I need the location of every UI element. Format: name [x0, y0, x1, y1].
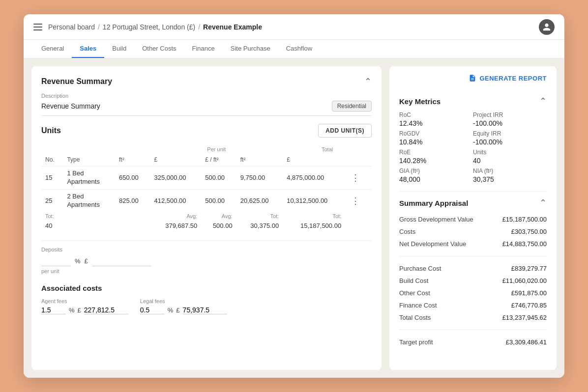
tab-sales[interactable]: Sales — [72, 40, 104, 58]
summary-row-total-costs: Total Costs £13,237,945.62 — [399, 311, 547, 324]
summary-row-finance: Finance Cost £746,770.85 — [399, 299, 547, 311]
cell-total-ft2-1: 9,750.00 — [236, 167, 283, 190]
metric-roc: RoC 12.43% — [399, 112, 473, 127]
key-metrics-title: Key Metrics — [399, 97, 441, 106]
tab-other-costs[interactable]: Other Costs — [134, 40, 184, 58]
summary-row-purchase: Purchase Cost £839,279.77 — [399, 262, 547, 275]
cell-type-1: 1 BedApartments — [63, 167, 115, 190]
legal-fees-pct-input[interactable] — [140, 306, 165, 314]
agent-fees-pct-input[interactable] — [41, 306, 66, 314]
metric-nia-label: NIA (ft²) — [473, 168, 547, 174]
deposits-val-input[interactable] — [92, 256, 151, 266]
units-table-wrap: Per unit Total No. Type ft² £ £ / ft² ft… — [41, 143, 372, 232]
breadcrumb-sep1: / — [98, 23, 100, 31]
tab-cashflow[interactable]: Cashflow — [278, 40, 320, 58]
summary-total-costs-value: £13,237,945.62 — [502, 314, 547, 321]
metric-rogdv-value: 10.84% — [399, 138, 473, 146]
legal-fees-label: Legal fees — [140, 298, 227, 304]
menu-icon[interactable] — [33, 24, 42, 30]
tab-build[interactable]: Build — [104, 40, 134, 58]
collapse-icon[interactable]: ⌃ — [364, 76, 372, 87]
summary-total-costs-label: Total Costs — [399, 314, 431, 321]
metric-gia-value: 48,000 — [399, 175, 473, 183]
metric-roe: RoE 140.28% — [399, 149, 473, 165]
footer-tot-label: Tot: — [41, 212, 63, 219]
summary-other-value: £591,875.00 — [511, 289, 547, 297]
units-header: Units ADD UNIT(S) — [41, 124, 372, 138]
divider-2 — [399, 256, 547, 256]
cell-gbp-1: 325,000.00 — [150, 167, 201, 190]
summary-costs-label: Costs — [399, 228, 415, 235]
th-total-gbp: £ — [283, 153, 345, 167]
th-actions — [345, 153, 372, 167]
deposits-label: Deposits — [41, 247, 372, 252]
summary-rows: Gross Development Value £15,187,500.00 C… — [399, 213, 547, 348]
metric-equity-irr-label: Equity IRR — [473, 130, 547, 137]
th-no: No. — [41, 153, 63, 167]
summary-costs-value: £303,750.00 — [511, 228, 547, 235]
summary-target-profit-label: Target profit — [399, 338, 433, 346]
metric-nia: NIA (ft²) 30,375 — [473, 168, 547, 183]
generate-report-button[interactable]: GENERATE REPORT — [469, 74, 547, 82]
col-group-empty — [41, 143, 150, 153]
metric-equity-irr: Equity IRR -100.00% — [473, 130, 547, 146]
description-input[interactable] — [41, 102, 326, 110]
revenue-summary-header: Revenue Summary ⌃ — [41, 76, 372, 87]
divider-3 — [399, 330, 547, 330]
deposits-per-unit-label: per unit — [41, 268, 372, 274]
metric-roc-label: RoC — [399, 112, 473, 118]
key-metrics-header: Key Metrics ⌃ — [399, 96, 547, 107]
agent-fees-value-input[interactable] — [84, 306, 128, 314]
metric-rogdv-label: RoGDV — [399, 130, 473, 137]
breadcrumb-sep2: / — [198, 23, 200, 31]
legal-fees-pct-symbol: % — [168, 307, 174, 314]
cell-gbp-2: 412,500.00 — [150, 189, 201, 212]
footer-tot-total: 15,187,500.00 — [283, 219, 345, 232]
metric-gia-label: GIA (ft²) — [399, 168, 473, 174]
cell-ft2-2: 825.00 — [115, 189, 150, 212]
row-menu-button-2[interactable]: ⋮ — [349, 196, 362, 206]
summary-other-label: Other Cost — [399, 289, 430, 297]
agent-fees-label: Agent fees — [41, 298, 128, 304]
divider — [399, 191, 547, 192]
metric-equity-irr-value: -100.00% — [473, 138, 547, 146]
cell-total-gbp-1: 4,875,000.00 — [283, 167, 345, 190]
assoc-costs-title: Associated costs — [41, 284, 372, 292]
breadcrumb: Personal board / 12 Portugal Street, Lon… — [48, 23, 262, 31]
summary-row-target-profit: Target profit £3,309,486.41 — [399, 336, 547, 348]
breadcrumb-project[interactable]: 12 Portugal Street, London (£) — [103, 23, 195, 31]
th-gbp: £ — [150, 153, 201, 167]
breadcrumb-current: Revenue Example — [203, 23, 262, 31]
metric-project-irr-value: -100.00% — [473, 119, 547, 127]
footer-avg-ft2: 500.00 — [201, 219, 236, 232]
summary-collapse-icon[interactable]: ⌃ — [539, 197, 547, 208]
row-menu-button-1[interactable]: ⋮ — [349, 172, 362, 183]
summary-target-profit-value: £3,309,486.41 — [506, 338, 547, 346]
summary-appraisal-header: Summary Appraisal ⌃ — [399, 197, 547, 208]
agent-fees-pct-symbol: % — [69, 307, 75, 314]
summary-row-other: Other Cost £591,875.00 — [399, 287, 547, 299]
footer-tot-label-total: Tot: — [283, 212, 345, 219]
deposits-pct-input[interactable] — [41, 256, 71, 266]
key-metrics-collapse-icon[interactable]: ⌃ — [539, 96, 547, 107]
add-unit-button[interactable]: ADD UNIT(S) — [318, 124, 372, 138]
tab-general[interactable]: General — [33, 40, 72, 58]
metric-project-irr-label: Project IRR — [473, 112, 547, 118]
key-metrics-section: Key Metrics ⌃ RoC 12.43% Project IRR -10… — [399, 96, 547, 183]
tab-finance[interactable]: Finance — [184, 40, 223, 58]
main-content: Revenue Summary ⌃ Description Residentia… — [24, 58, 564, 378]
avatar[interactable] — [539, 19, 555, 35]
table-row: 15 1 BedApartments 650.00 325,000.00 500… — [41, 167, 372, 190]
associated-costs-section: Associated costs Agent fees % £ Legal fe… — [41, 284, 372, 314]
tab-site-purchase[interactable]: Site Purchase — [223, 40, 278, 58]
metric-units-label: Units — [473, 149, 547, 156]
topbar: Personal board / 12 Portugal Street, Lon… — [24, 14, 564, 40]
breadcrumb-board[interactable]: Personal board — [48, 23, 95, 31]
summary-ndv-value: £14,883,750.00 — [502, 240, 547, 248]
residential-badge: Residential — [332, 101, 372, 112]
app-window: Personal board / 12 Portugal Street, Lon… — [24, 14, 564, 378]
legal-fees-inputs: % £ — [140, 306, 227, 314]
cell-no-1: 15 — [41, 167, 63, 190]
legal-fees-value-input[interactable] — [183, 306, 227, 314]
topbar-left: Personal board / 12 Portugal Street, Lon… — [33, 23, 262, 31]
